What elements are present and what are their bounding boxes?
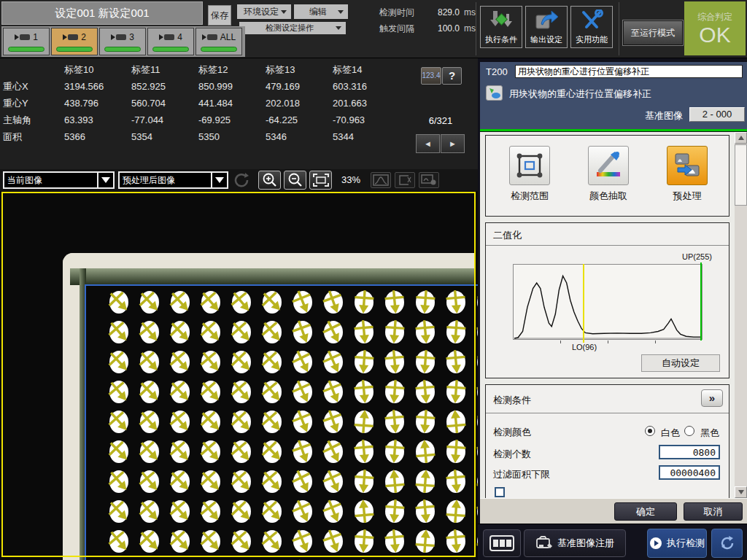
cancel-button[interactable]: 取消 — [684, 502, 743, 521]
edit-menu[interactable]: 编辑 — [294, 4, 348, 19]
table-row: 重心X3194.566852.925850.999479.169603.316 — [3, 78, 400, 95]
camera-unit-icon — [63, 34, 78, 40]
scroll-up-button[interactable] — [735, 132, 747, 144]
ok-button[interactable]: 确定 — [614, 502, 677, 521]
overall-judgement: 综合判定 OK — [684, 1, 746, 55]
upper-threshold-label: UP(255) — [668, 252, 712, 261]
prev-page-button[interactable]: ◄ — [416, 134, 440, 153]
table-cell: 63.393 — [64, 112, 131, 128]
detection-range-button[interactable] — [509, 146, 550, 185]
upper-threshold-line[interactable] — [700, 262, 702, 341]
inspection-operations-menu[interactable]: 检测设定操作 — [239, 22, 346, 34]
tab-label: 4 — [177, 32, 182, 42]
flow-arrows-icon — [489, 9, 514, 31]
table-cell: -69.925 — [198, 112, 266, 128]
scene-title: 设定001 新设定001 — [1, 1, 203, 25]
lower-threshold-label: LO(96) — [562, 343, 606, 351]
histogram-plot[interactable] — [513, 264, 703, 340]
output-settings-button[interactable]: 输出设定 — [525, 6, 568, 48]
min-area-input[interactable] — [659, 465, 720, 480]
scene-tab-3[interactable]: 3 — [99, 28, 146, 55]
scene-tab-ALL[interactable]: ALL — [196, 28, 242, 55]
run-inspection-button[interactable]: 执行检测 — [647, 529, 707, 558]
axis-tick — [655, 341, 656, 343]
unit-title-input[interactable] — [515, 65, 743, 78]
white-radio[interactable] — [645, 426, 655, 436]
results-panel: 标签10标签11标签12标签13标签14重心X3194.566852.92585… — [0, 58, 478, 169]
help-button[interactable]: ? — [442, 67, 462, 85]
image-settings-button[interactable] — [419, 172, 439, 188]
tab-status-bar — [104, 47, 141, 52]
loop-arrows-icon — [719, 534, 736, 552]
chevron-down-icon — [336, 26, 341, 30]
display-mode-dropdown[interactable]: 预处理后图像 — [118, 171, 228, 189]
unit-id: T200 — [486, 66, 508, 77]
judgement-value: OK — [699, 23, 730, 47]
scrollbar-thumb[interactable] — [735, 144, 747, 206]
zoom-in-icon — [262, 172, 278, 188]
column-header: 标签11 — [131, 61, 198, 78]
settings-scroll-area: 检测范围 颜色抽取 — [480, 132, 747, 498]
exec-condition-button[interactable]: 执行条件 — [480, 6, 522, 48]
scene-tab-1[interactable]: 1 — [3, 28, 50, 55]
image-source-dropdown[interactable]: 当前图像 — [3, 171, 115, 189]
triangle-up-icon — [738, 136, 744, 140]
detection-count-input[interactable] — [659, 445, 720, 459]
zoom-out-icon — [287, 172, 303, 188]
panel-scrollbar[interactable] — [735, 132, 747, 498]
detection-color-label: 检测颜色 — [493, 426, 531, 439]
refresh-icon[interactable] — [233, 172, 251, 188]
fit-screen-icon — [312, 173, 330, 187]
detection-count-label: 检测个数 — [493, 448, 531, 461]
tab-label: 2 — [81, 32, 86, 42]
settings-panel: T200 用块状物的重心进行位置偏移补正 基准图像 2 - 000 检测范围 — [478, 58, 747, 560]
table-cell: 201.663 — [333, 95, 400, 112]
environment-menu[interactable]: 环境设定 — [237, 4, 291, 19]
scroll-down-button[interactable] — [735, 486, 747, 498]
scene-tab-4[interactable]: 4 — [147, 28, 194, 55]
fit-screen-button[interactable] — [309, 171, 332, 190]
camera-unit-icon — [202, 34, 217, 40]
eyedropper-icon — [593, 150, 624, 181]
zoom-level: 33% — [341, 174, 360, 185]
expand-button[interactable]: » — [701, 389, 723, 407]
chevron-down-icon — [97, 173, 113, 187]
utility-button[interactable]: 实用功能 — [570, 6, 613, 48]
color-extraction-button[interactable] — [588, 146, 629, 185]
image-logging-button[interactable] — [483, 529, 521, 557]
camera-unit-icon — [159, 34, 174, 40]
black-radio[interactable] — [684, 426, 694, 436]
line-profile-button[interactable] — [395, 172, 415, 188]
row-label: 面积 — [3, 128, 64, 145]
scene-tab-2[interactable]: 2 — [51, 28, 98, 55]
preprocess-button[interactable] — [667, 146, 708, 185]
run-mode-button[interactable]: 至运行模式 — [623, 20, 683, 45]
partial-checkbox[interactable] — [495, 487, 505, 497]
histogram-tool-button[interactable] — [371, 172, 391, 188]
table-cell: 479.169 — [266, 78, 333, 95]
trigger-interval-value: 100.0 — [425, 23, 460, 34]
table-cell: 202.018 — [266, 95, 333, 112]
chevron-down-icon — [211, 173, 227, 187]
save-button[interactable]: 保存 — [208, 5, 231, 26]
auto-set-button[interactable]: 自动设定 — [641, 354, 720, 372]
chevron-down-icon — [338, 10, 344, 14]
zoom-in-button[interactable] — [258, 171, 281, 190]
numeric-display-button[interactable]: 123.4 — [421, 67, 441, 85]
region-icon — [514, 150, 545, 181]
next-page-button[interactable]: ► — [441, 134, 465, 153]
table-corner — [3, 61, 64, 78]
conditions-title: 检测条件 — [493, 394, 531, 407]
camera-register-icon — [535, 536, 553, 551]
zoom-out-button[interactable] — [284, 171, 306, 190]
reference-image-value[interactable]: 2 - 000 — [689, 107, 745, 122]
tab-status-bar — [152, 47, 189, 52]
image-viewport[interactable] — [0, 191, 478, 560]
lower-threshold-line[interactable] — [583, 264, 584, 343]
table-cell: 850.999 — [198, 78, 266, 95]
conditions-section: 检测条件 » 检测颜色 白色 黑色 检测个数 过滤面积下限 — [485, 384, 729, 498]
register-reference-image-button[interactable]: 基准图像注册 — [524, 529, 626, 557]
divider — [486, 413, 729, 413]
dialog-button-strip: 确定 取消 — [480, 498, 747, 524]
continuous-run-button[interactable] — [711, 529, 743, 558]
